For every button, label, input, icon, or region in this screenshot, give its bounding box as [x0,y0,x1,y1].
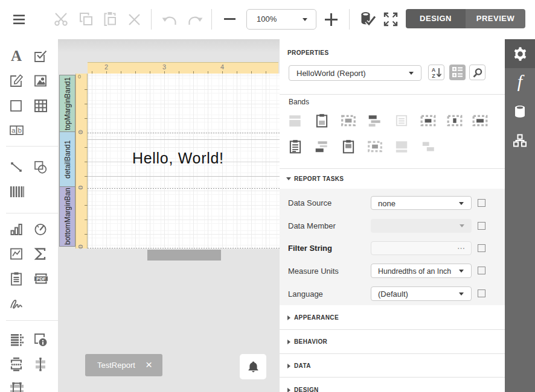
svg-text:b: b [18,127,22,134]
svg-text:A: A [11,49,22,63]
svg-text:PDF: PDF [36,276,46,282]
svg-text:a: a [11,127,16,134]
svg-text:Z: Z [432,73,435,79]
svg-text:A: A [432,67,436,73]
